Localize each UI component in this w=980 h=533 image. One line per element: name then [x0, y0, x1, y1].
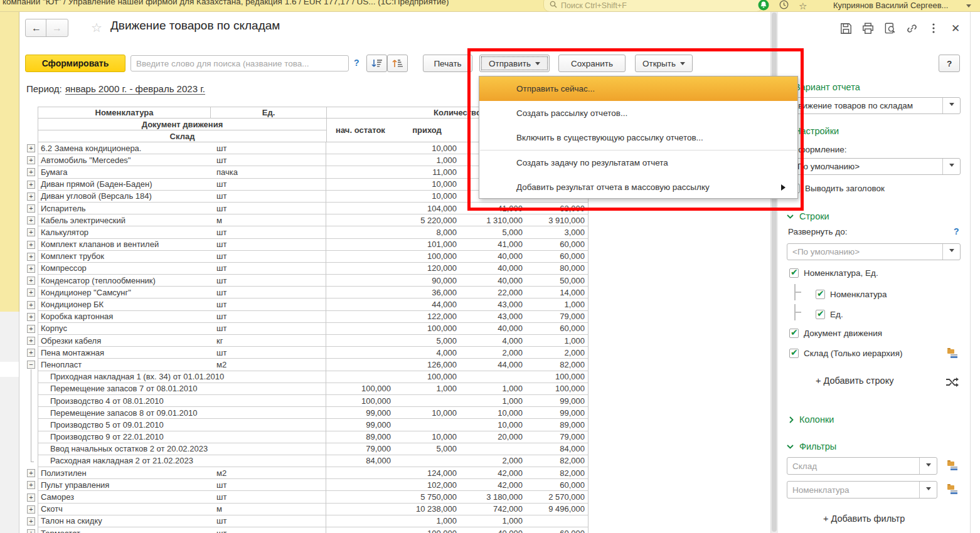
income-cell[interactable]: 5,000	[394, 443, 460, 455]
document-cell[interactable]: Приходная накладная 1 (вх. 34) от 01.01.…	[38, 371, 326, 383]
table-row[interactable]: +Полиэтиленм2124,00042,00082,000	[26, 467, 589, 479]
checkbox-checked-icon[interactable]	[816, 290, 825, 299]
row-item-nomenclature-unit[interactable]: Номенклатура, Ед.	[789, 268, 878, 278]
table-row[interactable]: Перемещение запасов 7 от 08.01.2010100,0…	[26, 383, 589, 395]
expand-icon[interactable]: +	[27, 204, 35, 213]
closing-cell[interactable]: 2,000	[526, 347, 589, 359]
income-cell[interactable]	[394, 395, 460, 407]
show-title-checkbox-row[interactable]: Выводить заголовок	[791, 184, 885, 193]
income-cell[interactable]: 11,000	[394, 166, 460, 178]
income-cell[interactable]: 44,000	[394, 298, 460, 310]
nomenclature-cell[interactable]: Бумага	[38, 166, 210, 178]
left-panel-tab[interactable]	[0, 312, 19, 335]
opening-cell[interactable]	[326, 166, 394, 178]
table-row[interactable]: +Пена монтажнаяшт4,0002,0002,000	[26, 347, 589, 359]
unit-cell[interactable]: шт	[210, 263, 326, 275]
favorites-icon[interactable]: ☆	[799, 1, 807, 11]
nomenclature-cell[interactable]: Скотч	[38, 504, 210, 515]
save-button[interactable]: Сохранить	[558, 55, 626, 72]
chevron-down-icon[interactable]	[942, 159, 960, 174]
closing-cell[interactable]: 60,000	[526, 323, 589, 335]
left-panel-tab[interactable]	[0, 362, 19, 377]
unit-cell[interactable]: шт	[210, 347, 326, 359]
expand-to-select[interactable]: <По умолчанию>	[787, 243, 961, 260]
report-variant-select[interactable]: Движение товаров по складам	[787, 97, 961, 114]
menu-item[interactable]: Создать рассылку отчетов...	[479, 101, 797, 125]
nomenclature-cell[interactable]: Калькулятор	[38, 226, 210, 238]
income-cell[interactable]: 5 220,000	[394, 214, 460, 226]
row-item-nomenclature[interactable]: Номенклатура	[794, 288, 887, 300]
closing-cell[interactable]: 60,000	[526, 479, 589, 491]
expense-cell[interactable]: 3 180,000	[460, 491, 526, 503]
unit-cell[interactable]: шт	[210, 287, 326, 298]
sort-descending-button[interactable]	[366, 55, 387, 72]
income-cell[interactable]: 10 238,000	[394, 504, 460, 515]
closing-cell[interactable]: 1,000	[526, 335, 589, 347]
closing-cell[interactable]: 3,000	[526, 226, 589, 238]
expand-icon[interactable]: +	[27, 144, 35, 152]
history-icon[interactable]	[779, 0, 789, 11]
expense-cell[interactable]: 10,000	[460, 407, 526, 419]
unit-cell[interactable]: шт	[210, 323, 326, 335]
closing-cell[interactable]: 50,000	[526, 275, 589, 287]
expense-cell[interactable]: 20,000	[460, 431, 526, 443]
table-row[interactable]: +Коробка картоннаяшт122,00043,00079,000	[26, 311, 589, 323]
unit-cell[interactable]: шт	[210, 203, 326, 214]
closing-cell[interactable]: 100,000	[526, 371, 589, 383]
opening-cell[interactable]	[326, 359, 394, 371]
user-menu-caret-icon[interactable]	[966, 4, 971, 10]
expense-cell[interactable]: 4,000	[460, 335, 526, 347]
expense-cell[interactable]: 742,000	[460, 504, 526, 515]
table-row[interactable]: Производство 5 от 09.01.201099,00010,000…	[26, 419, 589, 431]
expand-icon[interactable]: +	[27, 349, 35, 357]
income-cell[interactable]: 1,000	[394, 154, 460, 166]
closing-cell[interactable]: 9 496,000	[526, 504, 589, 515]
income-cell[interactable]: 122,000	[394, 311, 460, 323]
nomenclature-cell[interactable]: Обрезки кабеля	[38, 335, 210, 347]
closing-cell[interactable]: 89,000	[526, 419, 589, 431]
unit-cell[interactable]: шт	[210, 491, 326, 503]
table-row[interactable]: +Пульт управленияшт102,00042,00060,000	[26, 479, 589, 491]
favorite-star-icon[interactable]: ☆	[91, 20, 102, 35]
unit-cell[interactable]: шт	[210, 191, 326, 203]
income-cell[interactable]: 10,000	[394, 191, 460, 203]
filter-nomenclature-select[interactable]: Номенклатура	[787, 481, 937, 499]
expense-cell[interactable]: 42,000	[460, 479, 526, 491]
opening-cell[interactable]	[326, 287, 394, 298]
expense-cell[interactable]: 40,000	[460, 263, 526, 275]
expense-cell[interactable]: 1,000	[460, 515, 526, 527]
income-cell[interactable]: 100,000	[394, 251, 460, 263]
table-row[interactable]: +Кондиционер "Самсунг"шт36,00022,00014,0…	[26, 287, 589, 298]
expense-cell[interactable]	[460, 371, 526, 383]
checkbox-checked-icon[interactable]	[789, 329, 799, 338]
income-cell[interactable]: 126,000	[394, 359, 460, 371]
opening-cell[interactable]: 100,000	[326, 383, 394, 395]
income-cell[interactable]: 5,000	[394, 335, 460, 347]
nomenclature-cell[interactable]: Автомобиль "Mercedes"	[38, 154, 210, 166]
expand-icon[interactable]: +	[27, 216, 35, 224]
unit-cell[interactable]: шт	[210, 142, 326, 154]
document-cell[interactable]: Производство 9 от 22.01.2010	[38, 431, 326, 443]
send-button[interactable]: Отправить	[479, 55, 550, 72]
expand-icon[interactable]: +	[27, 469, 35, 477]
unit-cell[interactable]: м2	[210, 467, 326, 479]
closing-cell[interactable]: 60,000	[526, 239, 589, 251]
table-row[interactable]: +Конденсатор (теплообменник)шт90,00040,0…	[26, 275, 589, 287]
closing-cell[interactable]: 82,000	[526, 359, 589, 371]
closing-cell[interactable]: 99,000	[526, 407, 589, 419]
income-cell[interactable]: 100,000	[394, 371, 460, 383]
nomenclature-cell[interactable]: Пульт управления	[38, 479, 210, 491]
income-cell[interactable]: 10,000	[394, 142, 460, 154]
hierarchy-folder-icon[interactable]	[947, 349, 958, 358]
expense-cell[interactable]: 43,000	[460, 311, 526, 323]
expense-cell[interactable]: 5,000	[460, 226, 526, 238]
unit-cell[interactable]: шт	[210, 298, 326, 310]
nomenclature-cell[interactable]: Кабель электрический	[38, 214, 210, 226]
chevron-down-icon[interactable]	[942, 244, 960, 260]
expense-cell[interactable]: 40,000	[460, 527, 526, 533]
unit-cell[interactable]: шт	[210, 515, 326, 527]
checkbox-checked-icon[interactable]	[816, 310, 825, 319]
table-row[interactable]: Расходная накладная 2 от 21.02.202384,00…	[26, 455, 589, 467]
unit-cell[interactable]: м	[210, 214, 326, 226]
expense-cell[interactable]: 40,000	[460, 275, 526, 287]
